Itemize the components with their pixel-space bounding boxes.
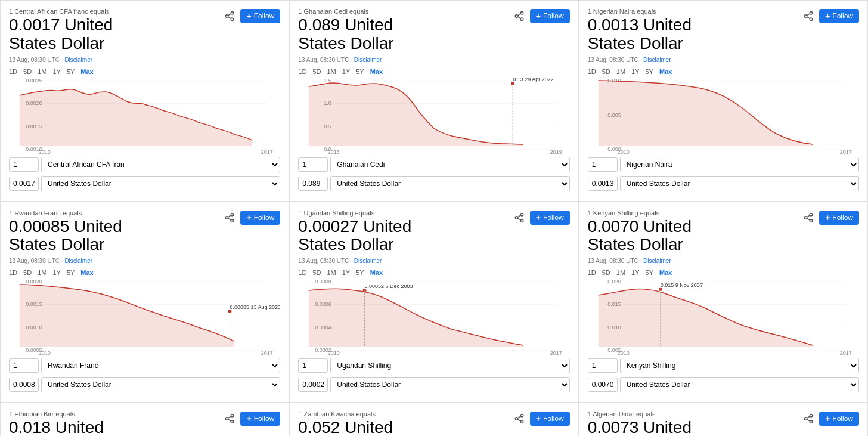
- follow-button[interactable]: Follow: [240, 211, 280, 225]
- chart-svg: 0.0100.0050.00020102017: [588, 78, 859, 155]
- from-amount-input[interactable]: [298, 358, 328, 373]
- time-btn-1y[interactable]: 1Y: [342, 68, 350, 75]
- time-btn-1d[interactable]: 1D: [588, 269, 596, 276]
- time-btn-5y[interactable]: 5Y: [356, 269, 364, 276]
- share-icon[interactable]: [513, 413, 525, 425]
- equals-text: 1 Ugandan Shilling equals: [298, 209, 411, 217]
- chart-svg: 1.51.00.50.00.13 29 Apr 202220132019: [298, 78, 569, 155]
- svg-text:2013: 2013: [328, 149, 340, 155]
- time-btn-1y[interactable]: 1Y: [52, 269, 60, 276]
- svg-text:0.13  29 Apr 2022: 0.13 29 Apr 2022: [513, 78, 554, 82]
- time-btn-5d[interactable]: 5D: [602, 68, 610, 75]
- time-btn-5d[interactable]: 5D: [602, 269, 610, 276]
- from-currency-select[interactable]: Central African CFA fran: [41, 157, 280, 172]
- time-btn-1m[interactable]: 1M: [38, 269, 46, 276]
- time-btn-1y[interactable]: 1Y: [631, 68, 639, 75]
- share-icon[interactable]: [224, 212, 235, 224]
- svg-line-3: [228, 17, 231, 18]
- time-btn-1m[interactable]: 1M: [327, 68, 336, 75]
- svg-line-38: [807, 14, 810, 16]
- time-btn-1m[interactable]: 1M: [327, 269, 336, 276]
- from-currency-select[interactable]: Ugandan Shilling: [330, 358, 569, 373]
- to-amount-input[interactable]: [588, 177, 618, 191]
- share-icon[interactable]: [513, 10, 525, 22]
- time-btn-5y[interactable]: 5Y: [646, 269, 653, 276]
- to-currency-select[interactable]: United States Dollar: [330, 377, 569, 392]
- time-btn-5y[interactable]: 5Y: [646, 68, 653, 75]
- time-btn-5y[interactable]: 5Y: [356, 68, 364, 75]
- follow-button[interactable]: Follow: [819, 9, 859, 23]
- time-btn-max[interactable]: Max: [659, 68, 672, 75]
- currency-card-central-african-cfa: 1 Central African CFA franc equals0.0017…: [0, 0, 289, 202]
- chart-svg: 0.00080.00060.00040.00020.00052 5 Dec 20…: [298, 279, 569, 356]
- to-currency-select[interactable]: United States Dollar: [41, 176, 280, 191]
- follow-button[interactable]: Follow: [530, 412, 570, 426]
- share-icon[interactable]: [802, 413, 814, 425]
- time-btn-1y[interactable]: 1Y: [52, 68, 60, 75]
- time-btn-5d[interactable]: 5D: [312, 269, 321, 276]
- to-amount-input[interactable]: [9, 378, 39, 392]
- follow-button[interactable]: Follow: [240, 412, 280, 426]
- svg-point-16: [515, 15, 518, 18]
- time-btn-1d[interactable]: 1D: [9, 269, 17, 276]
- to-amount-input[interactable]: [298, 177, 328, 191]
- time-btn-5y[interactable]: 5Y: [67, 68, 75, 75]
- to-amount-input[interactable]: [9, 177, 39, 191]
- from-amount-input[interactable]: [9, 157, 39, 172]
- time-btn-5d[interactable]: 5D: [312, 68, 321, 75]
- svg-text:2017: 2017: [839, 350, 851, 356]
- follow-button[interactable]: Follow: [819, 211, 859, 225]
- share-icon[interactable]: [802, 10, 814, 22]
- time-btn-5d[interactable]: 5D: [23, 269, 32, 276]
- from-amount-input[interactable]: [9, 358, 39, 373]
- time-btn-1y[interactable]: 1Y: [631, 269, 639, 276]
- share-icon[interactable]: [513, 212, 525, 224]
- card-header: 1 Ghanaian Cedi equals0.089 UnitedStates…: [298, 8, 569, 55]
- time-btn-max[interactable]: Max: [80, 269, 93, 276]
- from-currency-select[interactable]: Nigerian Naira: [620, 157, 859, 172]
- from-currency-select[interactable]: Kenyan Shilling: [620, 358, 859, 373]
- time-btn-1y[interactable]: 1Y: [342, 269, 350, 276]
- time-btn-1m[interactable]: 1M: [38, 68, 46, 75]
- follow-button[interactable]: Follow: [530, 211, 570, 225]
- follow-button[interactable]: Follow: [819, 412, 859, 426]
- time-btn-5y[interactable]: 5Y: [67, 269, 75, 276]
- from-currency-row: Rwandan Franc: [9, 358, 280, 373]
- time-btn-1m[interactable]: 1M: [616, 68, 625, 75]
- from-currency-row: Central African CFA fran: [9, 157, 280, 172]
- from-currency-select[interactable]: Rwandan Franc: [41, 358, 280, 373]
- time-btn-max[interactable]: Max: [659, 269, 672, 276]
- time-btn-5d[interactable]: 5D: [23, 68, 32, 75]
- time-btn-1m[interactable]: 1M: [616, 269, 625, 276]
- follow-button[interactable]: Follow: [240, 9, 280, 23]
- from-currency-row: Ghanaian Cedi: [298, 157, 569, 172]
- to-currency-select[interactable]: United States Dollar: [41, 377, 280, 392]
- to-amount-input[interactable]: [588, 378, 618, 392]
- time-btn-max[interactable]: Max: [370, 269, 383, 276]
- time-btn-1d[interactable]: 1D: [298, 68, 306, 75]
- currency-card-rwandan-franc: 1 Rwandan Franc equals0.00085 UnitedStat…: [0, 202, 289, 403]
- to-currency-select[interactable]: United States Dollar: [620, 176, 859, 191]
- time-btn-max[interactable]: Max: [80, 68, 93, 75]
- from-amount-input[interactable]: [588, 157, 618, 172]
- time-btn-max[interactable]: Max: [370, 68, 383, 75]
- to-amount-input[interactable]: [298, 378, 328, 392]
- time-btn-1d[interactable]: 1D: [588, 68, 596, 75]
- chart-area: 1D5D1M1Y5YMax0.00250.00200.00150.0010201…: [9, 68, 280, 157]
- follow-button[interactable]: Follow: [530, 9, 570, 23]
- share-icon[interactable]: [224, 10, 235, 22]
- share-icon[interactable]: [802, 212, 814, 224]
- share-icon[interactable]: [224, 413, 235, 425]
- from-amount-input[interactable]: [588, 358, 618, 373]
- svg-text:0.015  9 Nov 2007: 0.015 9 Nov 2007: [660, 282, 702, 288]
- date-text: 13 Aug, 08:30 UTC · Disclaimer: [588, 57, 859, 63]
- to-currency-select[interactable]: United States Dollar: [620, 377, 859, 392]
- time-btn-1d[interactable]: 1D: [9, 68, 17, 75]
- from-currency-select[interactable]: Ghanaian Cedi: [330, 157, 569, 172]
- to-currency-row: United States Dollar: [9, 377, 280, 392]
- big-value: 0.0017 UnitedStates Dollar: [9, 16, 113, 53]
- time-btn-1d[interactable]: 1D: [298, 269, 306, 276]
- to-currency-select[interactable]: United States Dollar: [330, 176, 569, 191]
- from-amount-input[interactable]: [298, 157, 328, 172]
- svg-point-15: [520, 12, 523, 15]
